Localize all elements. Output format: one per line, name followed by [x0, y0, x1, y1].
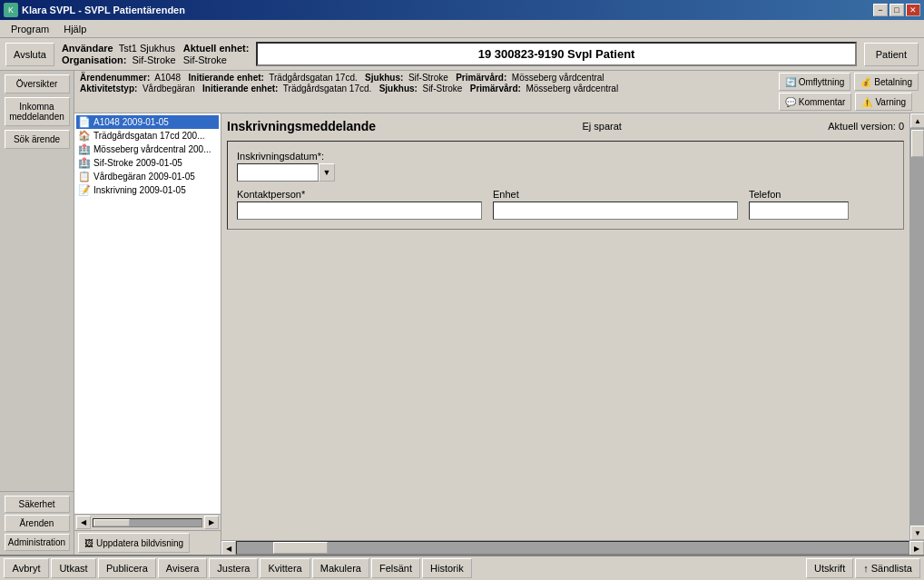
- vscroll-down-button[interactable]: ▼: [910, 526, 924, 540]
- patient-id: 19 300823-9190 Svpl Patient: [478, 47, 635, 61]
- kontaktperson-col: Kontaktperson*: [237, 189, 482, 220]
- toolbar-info: Användare Tst1 Sjukhus Organisation: Sif…: [62, 43, 176, 65]
- hscroll-right-button[interactable]: ▶: [204, 516, 219, 529]
- org-value: Sif-Stroke: [132, 54, 175, 65]
- sidebar: Översikter Inkomnameddelanden Sök ärende…: [0, 71, 74, 555]
- update-icon: 🖼: [84, 538, 93, 548]
- telefon-col: Telefon: [749, 189, 849, 220]
- sidebar-oversikter[interactable]: Översikter: [5, 74, 70, 93]
- minimize-button[interactable]: −: [873, 4, 888, 16]
- makulera-button[interactable]: Makulera: [312, 558, 369, 578]
- hscroll-track[interactable]: [93, 518, 202, 527]
- kvittera-button[interactable]: Kvittera: [260, 558, 310, 578]
- sidebar-administration[interactable]: Administration: [5, 534, 70, 551]
- omflyttning-button[interactable]: 🔄 Omflyttning: [779, 73, 851, 91]
- avisera-button[interactable]: Avisera: [158, 558, 207, 578]
- primarvard-label: Primärvård:: [456, 73, 506, 83]
- sjukhus2-value: Sif-Stroke: [422, 84, 462, 93]
- inskrivningsdatum-row: ▼: [237, 163, 894, 182]
- tree-label-0: A1048 2009-01-05: [93, 117, 169, 127]
- arendenummer-value: A1048: [154, 73, 181, 83]
- sidebar-sakerhet[interactable]: Säkerhet: [5, 496, 70, 513]
- varning-button[interactable]: ⚠️ Varning: [855, 93, 912, 111]
- tree-item-1[interactable]: 🏠 Trädgårdsgatan 17cd 200...: [76, 129, 219, 143]
- tree-icon-0: 📄: [78, 116, 91, 128]
- historik-button[interactable]: Historik: [422, 558, 472, 578]
- felsant-button[interactable]: Felsänt: [371, 558, 420, 578]
- betalning-button[interactable]: 💰 Betalning: [854, 73, 919, 91]
- date-dropdown-button[interactable]: ▼: [319, 163, 335, 182]
- inskrivningsdatum-input[interactable]: [237, 163, 319, 182]
- vscroll-up-button[interactable]: ▲: [910, 113, 924, 128]
- main-area: Ärendenummer: A1048 Initierande enhet: T…: [74, 71, 924, 555]
- info-bar-right: 🔄 Omflyttning 💰 Betalning 💬 Kommentar ⚠️: [779, 73, 919, 111]
- tree-item-5[interactable]: 📝 Inskrivning 2009-01-05: [76, 183, 219, 197]
- tree-item-2[interactable]: 🏥 Mösseberg vårdcentral 200...: [76, 143, 219, 156]
- hscroll-form-left[interactable]: ◀: [221, 541, 236, 555]
- tree-item-0[interactable]: 📄 A1048 2009-01-05: [76, 115, 219, 129]
- betalning-icon: 💰: [860, 77, 871, 87]
- tree-scroll-row: ◀ ▶: [74, 514, 221, 530]
- info-row-2: Aktivitetstyp: Vårdbegäran Initierande e…: [80, 84, 618, 93]
- telefon-input[interactable]: [749, 202, 849, 220]
- sandlista-label: Sändlista: [871, 563, 912, 574]
- inskrivningsdatum-field: Inskrivningsdatum*: ▼: [237, 151, 894, 182]
- enhet-label: Enhet: [493, 189, 738, 200]
- contact-row: Kontaktperson* Enhet Telefon: [237, 189, 894, 220]
- kommentar-button[interactable]: 💬 Kommentar: [779, 93, 852, 111]
- hscroll-left-button[interactable]: ◀: [76, 516, 91, 529]
- maximize-button[interactable]: □: [890, 4, 904, 16]
- sidebar-inkomna[interactable]: Inkomnameddelanden: [5, 97, 70, 126]
- tree-label-3: Sif-Stroke 2009-01-05: [93, 158, 182, 168]
- inskrivningsdatum-label: Inskrivningsdatum*:: [237, 151, 894, 162]
- arendenummer-label: Ärendenummer:: [80, 73, 150, 83]
- form-status: Ej sparat: [582, 121, 621, 132]
- patient-id-box: 19 300823-9190 Svpl Patient: [256, 42, 856, 66]
- tree-icon-1: 🏠: [78, 130, 91, 142]
- primarvard-value: Mösseberg vårdcentral: [512, 73, 605, 83]
- title-bar: K Klara SVPL - SVPL Patientärenden − □ ✕: [0, 0, 924, 20]
- tree-icon-2: 🏥: [78, 143, 91, 155]
- tree-item-3[interactable]: 🏥 Sif-Stroke 2009-01-05: [76, 156, 219, 170]
- tree-label-2: Mösseberg vårdcentral 200...: [93, 144, 211, 154]
- aktivitetstyp-label: Aktivitetstyp:: [80, 84, 137, 93]
- sjukhus-label: Sjukhus:: [365, 73, 403, 83]
- action-bar: Avbryt Utkast Publicera Avisera Justera …: [0, 555, 924, 580]
- vscroll-track[interactable]: [910, 128, 924, 526]
- utkast-button[interactable]: Utkast: [51, 558, 96, 578]
- content-area: Översikter Inkomnameddelanden Sök ärende…: [0, 71, 924, 555]
- tree-icon-5: 📝: [78, 184, 91, 196]
- hscroll-form-thumb: [273, 542, 328, 554]
- utskrift-button[interactable]: Utskrift: [806, 558, 853, 578]
- hscroll-thumb: [93, 519, 130, 526]
- form-box: Inskrivningsdatum*: ▼ Kontaktperson*: [227, 141, 904, 230]
- org-label: Organisation:: [62, 54, 127, 65]
- sandlista-button[interactable]: ↑ Sändlista: [855, 558, 920, 578]
- initierande-value: Trädgårdsgatan 17cd.: [269, 73, 357, 83]
- close-button[interactable]: ✕: [906, 4, 920, 16]
- avsluta-button[interactable]: Avsluta: [5, 43, 54, 66]
- menu-hjalp[interactable]: Hjälp: [56, 22, 93, 36]
- primarvard2-value: Mösseberg vårdcentral: [526, 84, 618, 93]
- hscroll-form-track[interactable]: [236, 541, 909, 555]
- form-title: Inskrivningsmeddelande: [227, 119, 376, 133]
- form-header: Inskrivningsmeddelande Ej sparat Aktuell…: [227, 119, 904, 133]
- kontaktperson-input[interactable]: [237, 202, 482, 220]
- sidebar-sok[interactable]: Sök ärende: [5, 130, 70, 149]
- menu-program[interactable]: Program: [4, 22, 56, 36]
- sidebar-arenden[interactable]: Ärenden: [5, 515, 70, 532]
- form-version: Aktuell version: 0: [828, 121, 904, 132]
- tree-item-4[interactable]: 📋 Vårdbegäran 2009-01-05: [76, 170, 219, 183]
- enhet-input[interactable]: [493, 202, 738, 220]
- hscroll-form-right[interactable]: ▶: [909, 541, 924, 555]
- patient-button[interactable]: Patient: [864, 43, 919, 66]
- avbryt-button[interactable]: Avbryt: [4, 558, 49, 578]
- initierande2-label: Initierande enhet:: [202, 84, 278, 93]
- window-title: Klara SVPL - SVPL Patientärenden: [22, 5, 185, 15]
- justera-button[interactable]: Justera: [209, 558, 258, 578]
- publicera-button[interactable]: Publicera: [98, 558, 156, 578]
- tree-label-4: Vårdbegäran 2009-01-05: [93, 172, 195, 182]
- user-label: Användare: [62, 43, 113, 54]
- update-view-button[interactable]: 🖼 Uppdatera bildvisning: [78, 533, 190, 553]
- info-bar-left: Ärendenummer: A1048 Initierande enhet: T…: [80, 73, 618, 93]
